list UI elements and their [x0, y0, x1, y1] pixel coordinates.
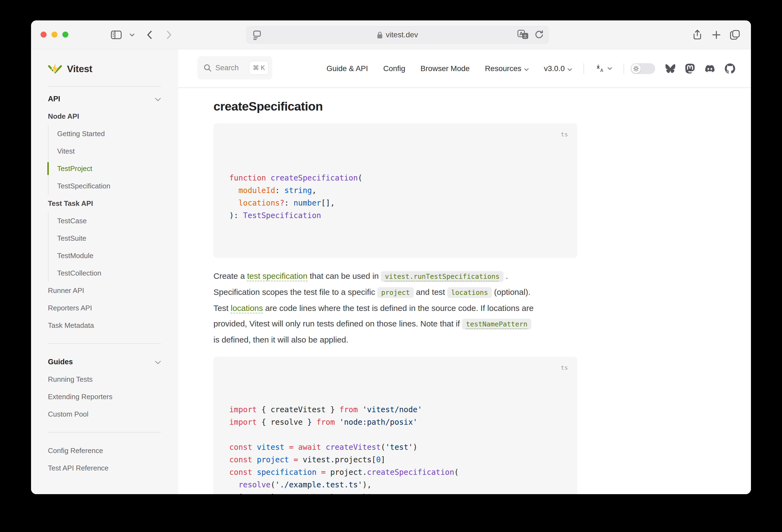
- sidebar-item-custom-pool[interactable]: Custom Pool: [48, 405, 178, 423]
- inline-link[interactable]: test specification: [247, 272, 308, 280]
- zoom-window-button[interactable]: [62, 32, 68, 38]
- code-line: locations?: number[],: [229, 197, 562, 209]
- sidebar-toggle-button[interactable]: [110, 29, 122, 41]
- code-line: resolve('./example.test.ts'),: [229, 478, 562, 491]
- nav-divider: [624, 64, 624, 74]
- sidebar-item-testproject[interactable]: TestProject: [48, 160, 178, 177]
- inline-code: locations: [448, 287, 492, 298]
- forward-button[interactable]: [163, 29, 175, 41]
- theme-toggle[interactable]: [631, 63, 655, 74]
- sidebar-item-label: Extending Reporters: [48, 393, 112, 401]
- discord-link[interactable]: [704, 64, 716, 73]
- sidebar-item-label: Test API Reference: [48, 464, 109, 472]
- text-run: provided, Vitest will only run tests def…: [213, 319, 462, 328]
- text-run: that can be used in: [308, 272, 381, 280]
- sidebar-item-testspecification[interactable]: TestSpecification: [48, 177, 178, 195]
- doc-content: createSpecification ts function createSp…: [213, 88, 577, 494]
- bluesky-link[interactable]: [665, 64, 676, 73]
- nav-link-label: Browser Mode: [420, 64, 470, 73]
- code-line: [20, 40], // optional test lines: [229, 491, 562, 494]
- mastodon-link[interactable]: [685, 64, 695, 74]
- sidebar-item-label: Reporters API: [48, 304, 92, 312]
- text-run: .: [503, 272, 508, 280]
- text-run: are code lines where the test is defined…: [263, 304, 534, 313]
- chevron-down-icon: [524, 64, 529, 73]
- sidebar-item-testcase[interactable]: TestCase: [48, 212, 178, 229]
- sidebar-item-testcollection[interactable]: TestCollection: [48, 264, 178, 282]
- vitest-logo[interactable]: Vitest: [48, 49, 178, 86]
- search-shortcut-badge: ⌘ K: [249, 61, 269, 75]
- vitest-logo-icon: [48, 62, 62, 76]
- code-line: ): TestSpecification: [229, 209, 562, 222]
- inline-link[interactable]: locations: [230, 304, 263, 313]
- language-menu-button[interactable]: ẋA: [588, 64, 620, 73]
- sidebar-item-running-tests[interactable]: Running Tests: [48, 370, 178, 388]
- sidebar-menu-chevron[interactable]: [126, 29, 138, 41]
- nav-link-guide-api[interactable]: Guide & API: [319, 64, 376, 73]
- translate-page-icon[interactable]: A文: [517, 30, 529, 41]
- minimize-window-button[interactable]: [51, 32, 58, 38]
- mastodon-icon: [685, 64, 695, 74]
- sidebar-section-divider: [48, 423, 178, 442]
- browser-window: vitest.dev A文: [31, 21, 751, 494]
- svg-text:ẋ: ẋ: [597, 64, 600, 70]
- code-block-example: ts import { createVitest } from 'vitest/…: [213, 357, 577, 494]
- sidebar-item-label: Running Tests: [48, 375, 93, 384]
- sidebar-item-getting-started[interactable]: Getting Started: [48, 125, 178, 142]
- search-input[interactable]: Search ⌘ K: [198, 56, 272, 79]
- text-run: is defined, then it will also be applied…: [213, 335, 348, 344]
- new-tab-button[interactable]: [710, 29, 723, 41]
- social-links: [665, 64, 735, 74]
- lock-icon: [377, 31, 383, 39]
- site-header: Search ⌘ K Guide & APIConfigBrowser Mode…: [178, 49, 751, 88]
- text-run: Create a: [213, 272, 247, 280]
- chevron-down-icon: [567, 64, 572, 73]
- github-link[interactable]: [725, 64, 735, 74]
- sidebar-item-config-reference[interactable]: Config Reference: [48, 442, 178, 459]
- sidebar-section-divider: [48, 334, 178, 353]
- sidebar-item-label: API: [48, 95, 60, 103]
- description-paragraph: Create a test specification that can be …: [213, 268, 577, 347]
- discord-icon: [704, 64, 716, 73]
- sidebar-item-task-metadata[interactable]: Task Metadata: [48, 317, 178, 334]
- sidebar-item-vitest[interactable]: Vitest: [48, 142, 178, 160]
- url-text: vitest.dev: [386, 31, 418, 39]
- code-line: import { resolve } from 'node:path/posix…: [229, 416, 562, 429]
- nav-divider: [583, 64, 584, 74]
- nav-link-label: v3.0.0: [544, 64, 565, 73]
- inline-code: project: [378, 287, 414, 298]
- sidebar-item-label: Task Metadata: [48, 321, 94, 330]
- text-run: Test: [213, 304, 230, 313]
- sidebar-item-guides[interactable]: Guides: [48, 353, 178, 370]
- browser-toolbar: vitest.dev A文: [31, 21, 751, 49]
- svg-text:文: 文: [523, 34, 527, 38]
- sidebar-item-testmodule[interactable]: TestModule: [48, 247, 178, 264]
- inline-code-link[interactable]: vitest.runTestSpecifications: [381, 271, 503, 282]
- sidebar-item-runner-api[interactable]: Runner API: [48, 282, 178, 299]
- sidebar-item-node-api[interactable]: Node API: [48, 108, 178, 125]
- tab-overview-button[interactable]: [728, 29, 741, 41]
- sidebar-item-reporters-api[interactable]: Reporters API: [48, 299, 178, 317]
- sidebar-item-api[interactable]: API: [48, 90, 178, 108]
- nav-link-v3-0-0[interactable]: v3.0.0: [536, 64, 580, 73]
- sidebar-item-test-api-reference[interactable]: Test API Reference: [48, 459, 178, 477]
- docs-sidebar: Vitest APINode APIGetting StartedVitestT…: [31, 49, 178, 494]
- inline-code-link[interactable]: testNamePattern: [462, 319, 531, 329]
- reload-icon[interactable]: [534, 30, 543, 41]
- code-lang-badge: ts: [561, 361, 568, 374]
- back-button[interactable]: [143, 29, 156, 41]
- nav-link-label: Resources: [485, 64, 522, 73]
- nav-link-config[interactable]: Config: [376, 64, 413, 73]
- sidebar-item-test-task-api[interactable]: Test Task API: [48, 195, 178, 212]
- page-title: createSpecification: [213, 99, 577, 114]
- sidebar-item-testsuite[interactable]: TestSuite: [48, 229, 178, 247]
- sidebar-item-label: Config Reference: [48, 447, 103, 455]
- nav-link-resources[interactable]: Resources: [477, 64, 536, 73]
- code-line: moduleId: string,: [229, 184, 562, 197]
- nav-link-browser-mode[interactable]: Browser Mode: [413, 64, 477, 73]
- code-lang-badge: ts: [561, 128, 568, 141]
- share-button[interactable]: [691, 29, 704, 41]
- sidebar-item-extending-reporters[interactable]: Extending Reporters: [48, 388, 178, 405]
- close-window-button[interactable]: [41, 32, 46, 38]
- address-bar[interactable]: vitest.dev A文: [246, 26, 549, 43]
